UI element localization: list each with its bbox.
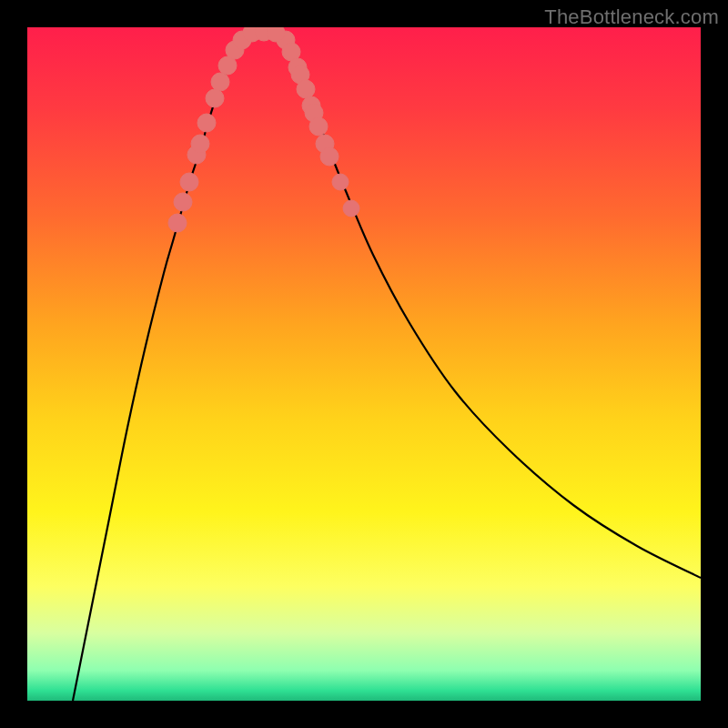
bead-marker (180, 173, 198, 191)
bead-marker (211, 73, 229, 91)
bead-marker (168, 214, 187, 232)
bead-marker (309, 117, 328, 136)
bead-marker (343, 200, 359, 217)
bead-marker (174, 193, 192, 211)
bead-marker (197, 114, 216, 132)
plot-svg (27, 27, 701, 701)
plot-frame (27, 27, 701, 701)
watermark-label: TheBottleneck.com (544, 5, 719, 29)
bead-marker (206, 89, 224, 107)
bead-marker (297, 80, 315, 98)
curve-left-branch (73, 34, 246, 701)
bead-marker (267, 27, 285, 42)
bead-marker (191, 135, 209, 153)
curve-right-branch (282, 34, 701, 578)
bead-marker (332, 174, 349, 190)
beads-group (168, 27, 359, 232)
bead-marker (320, 147, 339, 166)
